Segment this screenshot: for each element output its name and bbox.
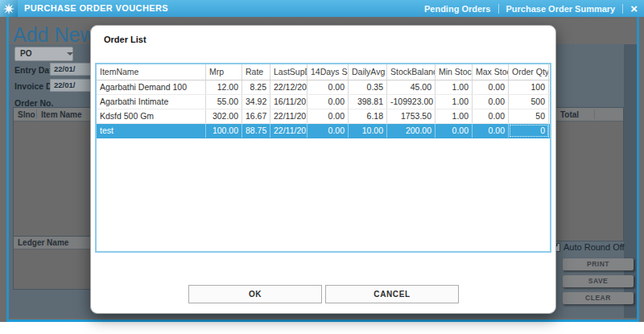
- column-separator: [36, 109, 37, 119]
- grid-cell[interactable]: 500: [509, 95, 549, 109]
- grid-cell[interactable]: 45.00: [387, 80, 436, 94]
- grid-cell[interactable]: 1.00: [436, 95, 473, 109]
- grid-cell[interactable]: 0.00: [436, 124, 473, 138]
- grid-cell[interactable]: 0.00: [473, 124, 509, 138]
- grid-cell[interactable]: 34.92: [242, 95, 270, 109]
- grid-cell[interactable]: 0.00: [473, 109, 509, 123]
- grid-cell[interactable]: 55.00: [206, 95, 242, 109]
- grid-cell[interactable]: 0: [509, 124, 549, 138]
- grid-cell[interactable]: 22/11/201: [270, 124, 308, 138]
- grid-row-filler: [549, 95, 551, 109]
- grid-cell[interactable]: 0.00: [308, 109, 349, 123]
- grid-column-header[interactable]: Order Qty: [509, 64, 549, 80]
- ledger-name-column-header: Ledger Name: [18, 237, 68, 249]
- grid-column-header[interactable]: Rate: [242, 64, 270, 80]
- item-name-column-header: Item Name: [41, 108, 82, 122]
- purchase-order-summary-link[interactable]: Purchase Order Summary: [506, 4, 616, 14]
- grid-cell[interactable]: 16/11/201: [270, 95, 308, 109]
- dialog-title: Order List: [104, 35, 147, 44]
- chevron-down-icon: [67, 52, 73, 56]
- grid-cell[interactable]: 302.00: [206, 109, 242, 123]
- titlebar-divider: [622, 4, 623, 14]
- grid-cell[interactable]: 10.00: [349, 124, 387, 138]
- window-title: PURCHASE ORDER VOUCHERS: [24, 0, 168, 17]
- grid-cell[interactable]: 1753.50: [387, 109, 436, 123]
- grid-column-header[interactable]: 14Days Sale: [308, 64, 349, 80]
- grid-cell[interactable]: 22/12/201: [270, 80, 308, 94]
- grid-column-header[interactable]: LastSupD: [270, 64, 308, 80]
- ok-button[interactable]: OK: [188, 285, 322, 303]
- grid-cell[interactable]: 200.00: [387, 124, 436, 138]
- grid-cell[interactable]: 16.67: [242, 109, 270, 123]
- voucher-type-dropdown[interactable]: PO: [14, 47, 73, 61]
- grid-cell[interactable]: 8.25: [242, 80, 270, 94]
- auto-round-off-label: Auto Round Off: [564, 242, 625, 252]
- order-grid-body: Agarbathi Demand 10012.008.2522/12/2010.…: [97, 80, 550, 138]
- grid-cell[interactable]: 6.18: [349, 109, 387, 123]
- order-grid: ItemNameMrpRateLastSupD14Days SaleDailyA…: [95, 63, 551, 253]
- clear-button[interactable]: CLEAR: [563, 292, 634, 304]
- grid-cell[interactable]: test: [97, 124, 206, 138]
- grid-cell[interactable]: 0.00: [308, 95, 349, 109]
- slno-column-header: Slno: [18, 108, 35, 122]
- grid-column-header[interactable]: Mrp: [206, 64, 242, 80]
- titlebar-divider: [498, 4, 499, 14]
- app-window: PURCHASE ORDER VOUCHERS Pending Orders P…: [0, 0, 644, 334]
- grid-cell[interactable]: 398.81: [349, 95, 387, 109]
- grid-cell[interactable]: 50: [509, 109, 549, 123]
- grid-cell[interactable]: Kdsfd 500 Gm: [97, 109, 206, 123]
- grid-cell[interactable]: 0.00: [473, 95, 509, 109]
- title-bar: PURCHASE ORDER VOUCHERS Pending Orders P…: [0, 0, 644, 17]
- grid-row-filler: [549, 109, 551, 123]
- column-separator: [594, 109, 595, 119]
- grid-column-header[interactable]: Max Stock: [473, 64, 509, 80]
- save-button[interactable]: SAVE: [563, 275, 634, 287]
- order-grid-header: ItemNameMrpRateLastSupD14Days SaleDailyA…: [97, 64, 550, 80]
- table-row[interactable]: test100.0088.7522/11/2010.0010.00200.000…: [97, 124, 550, 138]
- grid-column-header[interactable]: Min Stock: [436, 64, 473, 80]
- cancel-button[interactable]: CANCEL: [325, 285, 459, 303]
- app-logo-icon: [0, 0, 18, 17]
- total-column-header: Total: [560, 108, 579, 122]
- grid-cell[interactable]: Agarbathi Demand 100: [97, 80, 206, 94]
- grid-cell[interactable]: -109923.00: [387, 95, 436, 109]
- grid-column-header[interactable]: ItemName: [97, 64, 206, 80]
- grid-row-filler: [549, 124, 551, 138]
- window-border: [637, 17, 639, 320]
- table-row[interactable]: Agarbathi Demand 10012.008.2522/12/2010.…: [97, 80, 550, 95]
- grid-cell[interactable]: 0.00: [308, 80, 349, 94]
- grid-cell[interactable]: 1.00: [436, 80, 473, 94]
- grid-cell[interactable]: 0.00: [473, 80, 509, 94]
- grid-cell[interactable]: 22/11/201: [270, 109, 308, 123]
- grid-cell[interactable]: 1.00: [436, 109, 473, 123]
- grid-column-header[interactable]: DailyAvg: [349, 64, 387, 80]
- order-list-dialog: Order List ItemNameMrpRateLastSupD14Days…: [90, 25, 556, 314]
- table-row[interactable]: Agarbathi Intimate55.0034.9216/11/2010.0…: [97, 95, 550, 109]
- grid-cell[interactable]: 0.00: [308, 124, 349, 138]
- grid-header-filler: [549, 64, 551, 80]
- table-row[interactable]: Kdsfd 500 Gm302.0016.6722/11/2010.006.18…: [97, 109, 550, 124]
- window-border: [6, 320, 639, 322]
- grid-cell[interactable]: Agarbathi Intimate: [97, 95, 206, 109]
- grid-column-header[interactable]: StockBalance: [387, 64, 436, 80]
- grid-cell[interactable]: 100.00: [206, 124, 242, 138]
- grid-cell[interactable]: 12.00: [206, 80, 242, 94]
- grid-cell[interactable]: 88.75: [242, 124, 270, 138]
- close-icon[interactable]: ×: [630, 0, 638, 17]
- grid-cell[interactable]: 100: [509, 80, 549, 94]
- print-button[interactable]: PRINT: [563, 258, 634, 270]
- grid-row-filler: [549, 80, 551, 94]
- grid-cell[interactable]: 0.35: [349, 80, 387, 94]
- pending-orders-link[interactable]: Pending Orders: [424, 4, 491, 14]
